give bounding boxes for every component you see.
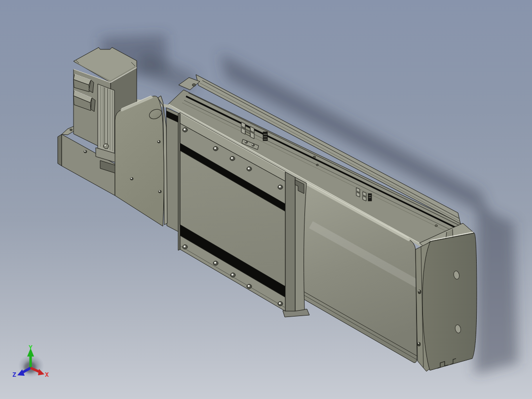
endcap-face [422,233,477,370]
strip-hole-1-glint [418,290,419,291]
y-axis-label: Y [29,344,33,351]
rail-hole-2 [316,164,318,166]
tab-hole [192,83,196,86]
end-cap [416,223,477,371]
carriage-left-edge-face [178,113,180,250]
endcap-top-hole [435,225,437,227]
z-axis-label: Z [12,371,16,378]
x-axis-label: X [45,371,49,378]
base-left-face [58,134,62,166]
gearbox-hole-1 [157,140,160,143]
model-svg: Y Z X [0,0,532,399]
orientation-triad[interactable]: Y Z X [12,344,49,378]
strip-hole-2 [418,342,420,346]
gearbox-hole-2 [158,190,161,193]
shadow-endcap [475,206,518,374]
left-sliver-face [166,108,179,232]
strip-hole-2-glint [418,343,419,344]
column-screw [104,144,109,149]
base-step-hole [70,129,72,131]
gearbox[interactable] [115,96,167,226]
bracket-front-face [285,172,295,311]
cad-viewport[interactable]: Y Z X [0,0,532,399]
rail-hole-1 [313,156,315,158]
y-axis-shaft [30,356,32,368]
base-hole-1-glint [84,151,86,152]
strip-hole-1 [418,290,421,294]
